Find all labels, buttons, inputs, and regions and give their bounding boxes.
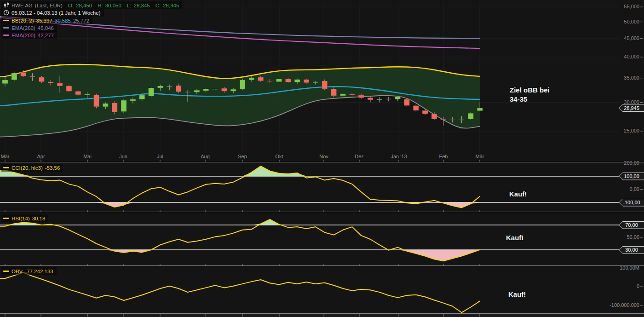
bb-name: BB(20, 2) [12,18,34,23]
legend-cci-row[interactable]: CCI(20, hlc3) -53,56 [1,164,63,172]
legend-symbol-row[interactable]: RWE AG (Last, EUR) O: 28,450 H: 30,050 L… [1,1,182,9]
rsi-threshold-badge-label: 30,00 [619,247,644,254]
candle-body [185,92,190,92]
candle-body [422,110,428,114]
x-axis-month-label: Jul [157,154,163,159]
annotation-target-line2: 34-35 [510,95,550,104]
candle-body [468,113,473,119]
symbol-name: RWE AG [12,3,33,8]
candle-body [94,95,99,107]
cci-line-icon [3,167,9,168]
rsi-line [0,219,480,261]
legend-ema200-row[interactable]: EMA(200) 42,277 [1,31,57,39]
last-price-badge: 28,945 [619,104,644,112]
candle-body [441,119,446,120]
candle-body [2,80,8,84]
high-label: H: [98,3,103,8]
y-axis-label: 200,00 [624,160,639,166]
y-axis-label: 0,00 [630,186,639,192]
candle-body [331,89,337,96]
candle-body [112,103,117,112]
candle-body [157,86,163,88]
x-axis-month-label: Mär [476,154,484,159]
close-value: 28,945 [163,3,179,8]
candle-body [285,79,291,82]
candle-body [431,114,437,119]
candle-body [340,94,345,96]
candle-body [230,89,236,91]
candle-body [66,86,72,92]
ema200-line-icon [3,35,9,36]
candle-body [358,95,364,98]
candle-body [149,88,154,96]
x-axis-month-label: Aug [201,154,210,159]
candlestick-icon [3,2,9,8]
candle-body [139,95,145,99]
legend-bb-row[interactable]: BB(20, 2) 35,397 30,585 25,772 [1,17,92,24]
low-value: 28,345 [134,3,150,8]
high-value: 30,050 [105,3,121,8]
y-axis-label: 100,00M [620,265,639,271]
y-axis-label: -100.000.000 [610,302,639,308]
obv-name: OBV [12,269,23,274]
x-axis-month-label: Apr [37,154,45,159]
candle-body [322,81,328,89]
x-axis-month-label: Jun [119,154,127,159]
cci-name: CCI(20, hlc3) [12,165,43,171]
candle-body [130,99,136,101]
annotation-buy-obv: Kauf! [508,290,526,299]
rsi-threshold-badge-label: 70,00 [619,222,644,229]
y-axis-label: 0 [637,283,639,289]
ema260-name: EMA(260) [12,25,35,31]
bb-mid-value: 30,585 [55,18,71,23]
symbol-series-label: (Last, EUR) [35,3,63,8]
rsi-name: RSI(14) [12,216,30,221]
bb-line-icon [3,20,9,21]
close-label: C: [155,3,161,8]
annotation-buy-rsi: Kauf! [506,233,523,242]
clock-icon [3,10,9,16]
candle-body [304,80,309,83]
legend-ema260-row[interactable]: EMA(260) 45,046 [1,24,57,32]
candle-body [203,89,209,91]
open-value: 28,450 [76,3,92,8]
x-axis-month-label: Jan '13 [391,154,407,159]
legend-rsi-row[interactable]: RSI(14) 30,18 [1,214,48,222]
bb-upper-value: 35,397 [36,18,52,23]
candle-body [477,108,483,111]
candle-body [85,94,90,95]
x-axis-month-label: Sep [238,154,247,159]
candle-body [249,78,254,80]
x-axis-month-label: Mai [83,154,92,159]
bb-lower-value: 25,772 [73,18,89,23]
rsi-value: 30,18 [32,216,46,221]
candle-body [258,77,264,81]
candle-body [377,99,382,100]
rsi-threshold-badge: 70,00 [619,221,644,229]
legend-obv-row[interactable]: OBV -77.242.133 [1,267,57,275]
candle-body [12,73,17,80]
cci-value: -53,56 [45,165,60,171]
cci-line [0,166,480,207]
annotation-target: Ziel oBB bei 34-35 [510,86,550,104]
trading-chart-window: RWE AG (Last, EUR) O: 28,450 H: 30,050 L… [0,0,644,317]
candle-body [349,94,355,95]
x-axis-month-label: Dez [355,154,364,159]
candle-body [213,89,218,89]
legend-daterange-row[interactable]: 05.03.12 - 04.03.13 (1 Jahr, 1 Woche) [1,9,104,17]
candle-body [450,120,455,120]
candle-body [221,88,227,91]
candle-body [176,86,181,92]
x-axis-month-label: Feb [439,154,448,159]
candle-body [39,77,44,82]
annotation-buy-cci: Kauf! [509,190,527,199]
candle-body [386,99,391,99]
candle-body [459,120,465,120]
y-axis-label: 45,000 [624,35,639,41]
x-axis-month-label: Okt [275,154,283,159]
cci-threshold-badge: 100,00 [619,173,644,180]
candle-body [75,91,81,95]
candle-body [167,86,172,86]
y-axis-label: 55,000 [624,4,639,9]
ema200-name: EMA(200) [12,33,35,38]
